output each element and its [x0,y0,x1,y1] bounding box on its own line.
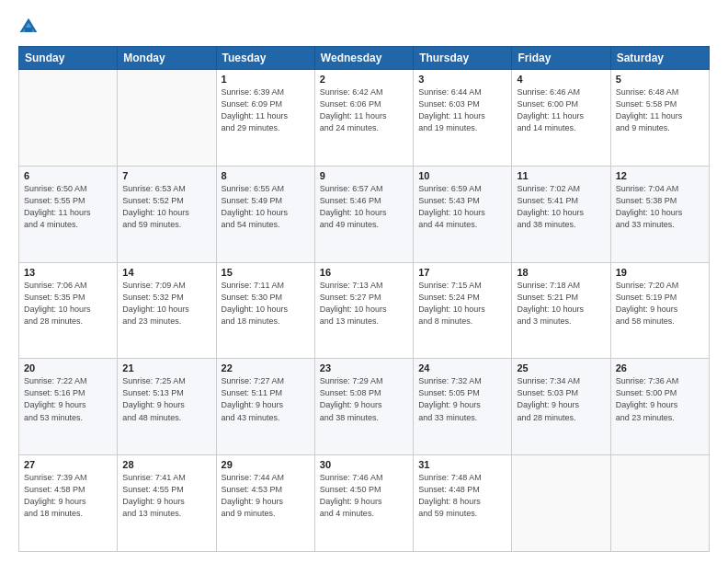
week-row-1: 1Sunrise: 6:39 AM Sunset: 6:09 PM Daylig… [19,70,710,167]
week-row-5: 27Sunrise: 7:39 AM Sunset: 4:58 PM Dayli… [19,455,710,552]
day-number: 26 [616,362,704,373]
day-info: Sunrise: 7:04 AM Sunset: 5:38 PM Dayligh… [616,183,704,231]
day-info: Sunrise: 7:06 AM Sunset: 5:35 PM Dayligh… [24,280,112,327]
day-number: 4 [517,74,605,85]
day-number: 9 [320,170,408,181]
day-number: 29 [222,459,310,470]
calendar-page: SundayMondayTuesdayWednesdayThursdayFrid… [0,0,728,563]
day-number: 3 [418,74,506,85]
weekday-header-row: SundayMondayTuesdayWednesdayThursdayFrid… [19,47,710,70]
day-info: Sunrise: 7:32 AM Sunset: 5:05 PM Dayligh… [418,375,506,423]
calendar-cell: 25Sunrise: 7:34 AM Sunset: 5:03 PM Dayli… [512,359,610,455]
calendar-cell: 29Sunrise: 7:44 AM Sunset: 4:53 PM Dayli… [216,455,314,552]
calendar-cell: 13Sunrise: 7:06 AM Sunset: 5:35 PM Dayli… [19,262,118,359]
day-info: Sunrise: 7:18 AM Sunset: 5:21 PM Dayligh… [517,280,605,327]
day-number: 8 [222,170,310,181]
calendar-cell: 12Sunrise: 7:04 AM Sunset: 5:38 PM Dayli… [610,166,709,262]
svg-rect-2 [25,28,32,32]
calendar-cell: 6Sunrise: 6:50 AM Sunset: 5:55 PM Daylig… [19,166,118,262]
calendar-cell: 27Sunrise: 7:39 AM Sunset: 4:58 PM Dayli… [19,455,118,552]
day-info: Sunrise: 7:13 AM Sunset: 5:27 PM Dayligh… [320,280,408,327]
calendar-cell: 17Sunrise: 7:15 AM Sunset: 5:24 PM Dayli… [414,262,512,359]
day-number: 28 [122,459,210,470]
weekday-header-tuesday: Tuesday [216,47,314,70]
day-number: 5 [616,74,704,85]
day-info: Sunrise: 7:25 AM Sunset: 5:13 PM Dayligh… [122,375,210,423]
day-info: Sunrise: 7:15 AM Sunset: 5:24 PM Dayligh… [418,280,506,327]
day-number: 11 [517,170,605,181]
calendar-cell: 24Sunrise: 7:32 AM Sunset: 5:05 PM Dayli… [414,359,512,455]
calendar-cell: 4Sunrise: 6:46 AM Sunset: 6:00 PM Daylig… [512,70,610,167]
header [18,17,710,37]
calendar-cell [512,455,610,552]
calendar-cell: 7Sunrise: 6:53 AM Sunset: 5:52 PM Daylig… [118,166,216,262]
week-row-2: 6Sunrise: 6:50 AM Sunset: 5:55 PM Daylig… [19,166,710,262]
calendar-cell: 14Sunrise: 7:09 AM Sunset: 5:32 PM Dayli… [118,262,216,359]
weekday-header-friday: Friday [512,47,610,70]
day-info: Sunrise: 6:44 AM Sunset: 6:03 PM Dayligh… [418,86,506,134]
calendar-cell: 15Sunrise: 7:11 AM Sunset: 5:30 PM Dayli… [216,262,314,359]
calendar-cell: 21Sunrise: 7:25 AM Sunset: 5:13 PM Dayli… [118,359,216,455]
day-number: 24 [418,362,506,373]
day-number: 14 [122,267,210,278]
day-info: Sunrise: 7:09 AM Sunset: 5:32 PM Dayligh… [122,280,210,327]
day-info: Sunrise: 7:20 AM Sunset: 5:19 PM Dayligh… [616,280,704,327]
day-info: Sunrise: 7:22 AM Sunset: 5:16 PM Dayligh… [24,375,112,423]
day-info: Sunrise: 7:29 AM Sunset: 5:08 PM Dayligh… [320,375,408,423]
calendar-cell: 22Sunrise: 7:27 AM Sunset: 5:11 PM Dayli… [216,359,314,455]
calendar-cell: 5Sunrise: 6:48 AM Sunset: 5:58 PM Daylig… [610,70,709,167]
day-number: 6 [24,170,112,181]
calendar-cell: 11Sunrise: 7:02 AM Sunset: 5:41 PM Dayli… [512,166,610,262]
calendar-cell: 3Sunrise: 6:44 AM Sunset: 6:03 PM Daylig… [414,70,512,167]
weekday-header-saturday: Saturday [610,47,709,70]
day-number: 13 [24,267,112,278]
week-row-4: 20Sunrise: 7:22 AM Sunset: 5:16 PM Dayli… [19,359,710,455]
calendar-cell: 16Sunrise: 7:13 AM Sunset: 5:27 PM Dayli… [314,262,413,359]
day-info: Sunrise: 6:59 AM Sunset: 5:43 PM Dayligh… [418,183,506,231]
day-number: 18 [517,267,605,278]
logo-icon [18,17,39,37]
calendar-cell [118,70,216,167]
day-info: Sunrise: 7:02 AM Sunset: 5:41 PM Dayligh… [517,183,605,231]
calendar-cell: 31Sunrise: 7:48 AM Sunset: 4:48 PM Dayli… [414,455,512,552]
day-number: 27 [24,459,112,470]
calendar-cell: 30Sunrise: 7:46 AM Sunset: 4:50 PM Dayli… [314,455,413,552]
day-number: 7 [122,170,210,181]
weekday-header-wednesday: Wednesday [314,47,413,70]
day-info: Sunrise: 7:27 AM Sunset: 5:11 PM Dayligh… [222,375,310,423]
day-number: 21 [122,362,210,373]
day-number: 31 [418,459,506,470]
day-info: Sunrise: 7:41 AM Sunset: 4:55 PM Dayligh… [122,472,210,520]
day-info: Sunrise: 7:46 AM Sunset: 4:50 PM Dayligh… [320,472,408,520]
calendar-cell: 20Sunrise: 7:22 AM Sunset: 5:16 PM Dayli… [19,359,118,455]
day-info: Sunrise: 6:57 AM Sunset: 5:46 PM Dayligh… [320,183,408,231]
day-info: Sunrise: 6:53 AM Sunset: 5:52 PM Dayligh… [122,183,210,231]
day-info: Sunrise: 7:48 AM Sunset: 4:48 PM Dayligh… [418,472,506,520]
calendar-cell: 23Sunrise: 7:29 AM Sunset: 5:08 PM Dayli… [314,359,413,455]
day-number: 19 [616,267,704,278]
day-info: Sunrise: 6:39 AM Sunset: 6:09 PM Dayligh… [222,86,310,134]
day-info: Sunrise: 7:11 AM Sunset: 5:30 PM Dayligh… [222,280,310,327]
calendar-cell: 8Sunrise: 6:55 AM Sunset: 5:49 PM Daylig… [216,166,314,262]
day-number: 15 [222,267,310,278]
day-info: Sunrise: 7:44 AM Sunset: 4:53 PM Dayligh… [222,472,310,520]
day-number: 2 [320,74,408,85]
day-number: 23 [320,362,408,373]
weekday-header-monday: Monday [118,47,216,70]
day-info: Sunrise: 6:42 AM Sunset: 6:06 PM Dayligh… [320,86,408,134]
day-info: Sunrise: 7:34 AM Sunset: 5:03 PM Dayligh… [517,375,605,423]
day-info: Sunrise: 7:39 AM Sunset: 4:58 PM Dayligh… [24,472,112,520]
calendar-cell [610,455,709,552]
day-info: Sunrise: 6:55 AM Sunset: 5:49 PM Dayligh… [222,183,310,231]
day-number: 1 [222,74,310,85]
calendar-cell: 28Sunrise: 7:41 AM Sunset: 4:55 PM Dayli… [118,455,216,552]
calendar-cell: 9Sunrise: 6:57 AM Sunset: 5:46 PM Daylig… [314,166,413,262]
calendar-cell: 19Sunrise: 7:20 AM Sunset: 5:19 PM Dayli… [610,262,709,359]
day-number: 25 [517,362,605,373]
calendar-cell: 26Sunrise: 7:36 AM Sunset: 5:00 PM Dayli… [610,359,709,455]
logo [18,17,42,37]
calendar-table: SundayMondayTuesdayWednesdayThursdayFrid… [18,46,710,552]
calendar-cell [19,70,118,167]
calendar-cell: 10Sunrise: 6:59 AM Sunset: 5:43 PM Dayli… [414,166,512,262]
day-number: 10 [418,170,506,181]
